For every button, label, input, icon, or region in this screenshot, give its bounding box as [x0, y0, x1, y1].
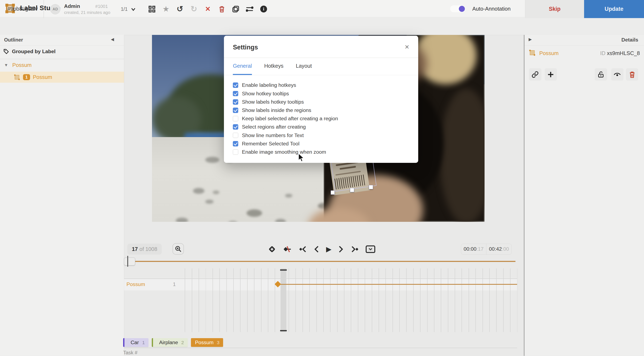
- collapse-panel-icon[interactable]: ◀: [111, 37, 114, 42]
- frame-counter[interactable]: 17 of 1008: [127, 244, 162, 255]
- checkbox[interactable]: [233, 141, 238, 146]
- gridline: [413, 268, 414, 332]
- seek-bar[interactable]: [127, 261, 516, 262]
- outliner-group-possum[interactable]: ▼ Possum: [4, 62, 32, 68]
- time-display: 00:00:17 00:42:00: [461, 244, 512, 255]
- play-button[interactable]: ▶: [326, 246, 332, 253]
- gridline: [330, 268, 330, 332]
- details-region-label[interactable]: Possum: [539, 50, 558, 56]
- outliner-region-possum[interactable]: 1 Possum: [0, 72, 124, 83]
- tree-expand-icon[interactable]: ▼: [4, 63, 8, 68]
- seek-playhead[interactable]: [127, 256, 128, 267]
- annotation-id: #1001: [96, 4, 108, 9]
- mouse-cursor: [298, 153, 304, 162]
- gridline: [254, 268, 254, 332]
- region-id-value: xs9mHLSC_8: [607, 50, 640, 56]
- info-button[interactable]: i: [260, 5, 268, 14]
- collapse-panel-icon[interactable]: ▶: [528, 37, 532, 42]
- skip-button[interactable]: Skip: [525, 0, 584, 18]
- previous-frame-button[interactable]: [314, 246, 319, 253]
- checkbox[interactable]: [233, 116, 238, 121]
- panel-resize-handle[interactable]: [524, 35, 524, 356]
- timeline-track-label[interactable]: Possum: [126, 281, 145, 287]
- setting-row[interactable]: Show labels hotkey tooltips: [233, 98, 410, 106]
- next-keyframe-button[interactable]: [350, 246, 359, 253]
- add-relation-button[interactable]: [545, 68, 557, 81]
- lock-region-button[interactable]: [595, 68, 607, 81]
- region-index-badge: 1: [23, 74, 30, 80]
- timeline-zoom-button[interactable]: [172, 243, 184, 255]
- chevron-down-icon[interactable]: [130, 7, 136, 12]
- tab-layout[interactable]: Layout: [296, 63, 312, 75]
- gridline: [316, 268, 317, 332]
- duplicate-button[interactable]: [232, 5, 240, 14]
- label-name: Possum: [191, 339, 214, 345]
- label-chip-car[interactable]: Car1: [123, 338, 148, 347]
- gridline: [427, 268, 428, 332]
- delete-region-button[interactable]: [626, 68, 638, 81]
- keyframe-span-line: [280, 284, 517, 285]
- close-icon[interactable]: ✕: [404, 44, 409, 51]
- task-footer-label: Task #: [123, 350, 138, 355]
- visibility-button[interactable]: [611, 68, 624, 81]
- snow-spot: [205, 157, 219, 163]
- divider: [224, 58, 418, 58]
- label-color-bar: [152, 338, 153, 347]
- redo-button[interactable]: ↻: [190, 5, 198, 14]
- star-button[interactable]: ★: [162, 5, 170, 14]
- user-avatar[interactable]: AD: [50, 4, 60, 15]
- current-frame-marker[interactable]: [280, 269, 287, 271]
- timeline-collapse-button[interactable]: [366, 245, 376, 253]
- checkbox[interactable]: [233, 149, 238, 155]
- checkbox[interactable]: [233, 124, 238, 130]
- setting-row[interactable]: Enable image smoothing when zoom: [233, 148, 410, 156]
- add-keyframe-button[interactable]: [268, 245, 276, 253]
- checkbox[interactable]: [233, 133, 238, 138]
- region-id-label: ID: [600, 50, 606, 56]
- setting-row[interactable]: Show hotkey tooltips: [233, 89, 410, 98]
- link-region-button[interactable]: [529, 68, 541, 81]
- update-button[interactable]: Update: [584, 0, 644, 18]
- setting-row[interactable]: Show labels inside the regions: [233, 106, 410, 114]
- plus-icon: [548, 71, 554, 78]
- region-label: Possum: [33, 74, 52, 80]
- previous-keyframe-button[interactable]: [299, 246, 307, 253]
- next-frame-button[interactable]: [338, 246, 343, 253]
- delete-button[interactable]: [218, 5, 226, 14]
- bbox-handle[interactable]: [350, 188, 354, 192]
- gridline: [351, 268, 351, 332]
- bbox-handle[interactable]: [331, 191, 335, 195]
- grouping-selector[interactable]: Grouped by Label: [3, 49, 56, 54]
- checkbox[interactable]: [233, 99, 238, 105]
- setting-label: Enable image smoothing when zoom: [242, 149, 326, 155]
- snow-spot: [285, 194, 292, 198]
- label-color-bar: [123, 338, 124, 347]
- checkbox[interactable]: [233, 108, 238, 113]
- undo-button[interactable]: ↺: [176, 5, 184, 14]
- label-chip-airplane[interactable]: Airplane2: [152, 338, 188, 347]
- grid-view-button[interactable]: [148, 5, 156, 14]
- gridline: [372, 268, 372, 332]
- checkbox[interactable]: [233, 91, 238, 96]
- label-chip-possum[interactable]: Possum3: [191, 338, 223, 347]
- gridline: [206, 268, 206, 332]
- auto-annotation-label: Auto-Annotation: [472, 6, 511, 12]
- setting-row[interactable]: Keep label selected after creating a reg…: [233, 114, 410, 123]
- checkbox[interactable]: [233, 82, 238, 88]
- setting-row[interactable]: Enable labeling hotkeys: [233, 81, 410, 89]
- seek-zoom-handle[interactable]: [124, 258, 135, 265]
- gridline: [233, 268, 234, 332]
- reject-button[interactable]: ✕: [204, 5, 212, 14]
- bbox-handle[interactable]: [369, 185, 373, 189]
- divider: [124, 348, 517, 348]
- setting-row[interactable]: Show line numbers for Text: [233, 131, 410, 139]
- remove-keyframe-button[interactable]: [283, 245, 292, 253]
- timeline-grid[interactable]: [185, 268, 517, 332]
- label-name: Car: [128, 339, 139, 345]
- setting-row[interactable]: Remember Selected Tool: [233, 140, 410, 148]
- gridline: [392, 268, 393, 332]
- setting-row[interactable]: Select regions after creating: [233, 123, 410, 131]
- tab-general[interactable]: General: [233, 63, 252, 75]
- settings-sliders-button[interactable]: [246, 5, 254, 14]
- tab-hotkeys[interactable]: Hotkeys: [264, 63, 284, 75]
